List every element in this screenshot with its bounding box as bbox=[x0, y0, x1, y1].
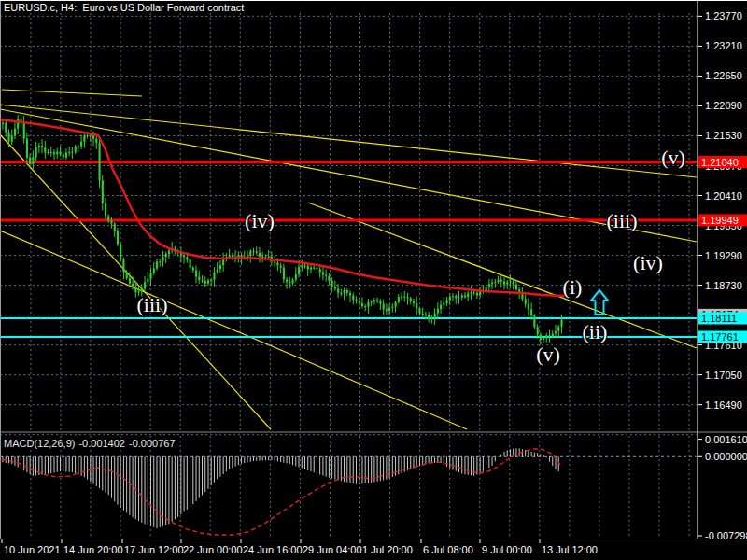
macd-signal-value: -0.000767 bbox=[129, 438, 176, 449]
price-axis-label: 1.21530 bbox=[705, 130, 742, 141]
macd-axis-label: -0.007298 bbox=[705, 530, 747, 541]
chart-title: EURUSD.c, H4: Euro vs US Dollar Forward … bbox=[4, 2, 244, 13]
svg-text:1.18111: 1.18111 bbox=[701, 313, 737, 324]
macd-indicator-label: MACD(12,26,9)-0.001402-0.000767 bbox=[4, 438, 179, 449]
price-tag: 1.18111 bbox=[698, 312, 747, 324]
price-axis-label: 1.19290 bbox=[705, 250, 742, 261]
time-axis-label: 9 Jul 00:00 bbox=[482, 544, 532, 555]
price-tag: 1.19949 bbox=[698, 214, 747, 226]
chart-background bbox=[0, 0, 747, 560]
price-axis-label: 1.23210 bbox=[705, 40, 742, 51]
macd-axis-label: 0.001610 bbox=[705, 434, 747, 445]
price-axis-label: 1.20410 bbox=[705, 190, 742, 202]
macd-axis-label: 0.000000 bbox=[705, 451, 747, 462]
time-axis-label: 17 Jun 12:00 bbox=[124, 544, 184, 555]
price-axis-label: 1.22650 bbox=[705, 70, 742, 81]
time-axis-label: 13 Jul 12:00 bbox=[542, 544, 598, 555]
price-axis-label: 1.18730 bbox=[705, 280, 742, 291]
time-axis-label: 10 Jun 2021 bbox=[4, 544, 61, 555]
wave-label[interactable]: (v) bbox=[661, 146, 685, 169]
time-axis-label: 24 Jun 16:00 bbox=[243, 544, 303, 555]
price-tag: 1.21040 bbox=[698, 156, 747, 168]
time-axis-label: 22 Jun 00:00 bbox=[183, 544, 243, 555]
svg-text:1.19949: 1.19949 bbox=[701, 215, 739, 226]
time-axis-label: 6 Jul 08:00 bbox=[423, 544, 473, 555]
price-axis-label: 1.17050 bbox=[705, 370, 742, 381]
price-axis-label: 1.23770 bbox=[705, 10, 742, 21]
mt-chart-window: (iii)(iv)(v)(i)(ii)(iii)(iv)(v)1.237701.… bbox=[0, 0, 747, 560]
time-axis-label: 1 Jul 20:00 bbox=[362, 544, 413, 555]
chart-canvas[interactable]: (iii)(iv)(v)(i)(ii)(iii)(iv)(v)1.237701.… bbox=[0, 0, 747, 560]
wave-label[interactable]: (iv) bbox=[245, 209, 275, 232]
svg-text:1.21040: 1.21040 bbox=[701, 157, 739, 168]
macd-main-value: -0.001402 bbox=[78, 438, 125, 449]
macd-name: MACD(12,26,9) bbox=[4, 438, 75, 449]
wave-label[interactable]: (iv) bbox=[633, 251, 663, 274]
price-axis-label: 1.22090 bbox=[705, 100, 742, 111]
wave-label[interactable]: (iii) bbox=[137, 293, 168, 316]
wave-label[interactable]: (i) bbox=[563, 275, 583, 299]
time-axis-label: 29 Jun 04:00 bbox=[303, 544, 362, 555]
time-axis-label: 14 Jun 20:00 bbox=[63, 544, 123, 555]
price-tag: 1.17761 bbox=[698, 330, 747, 343]
wave-label[interactable]: (v) bbox=[536, 343, 560, 366]
wave-label[interactable]: (ii) bbox=[583, 320, 608, 343]
svg-text:1.17761: 1.17761 bbox=[701, 331, 739, 343]
wave-label[interactable]: (iii) bbox=[607, 209, 638, 232]
price-axis-label: 1.16490 bbox=[705, 399, 742, 411]
